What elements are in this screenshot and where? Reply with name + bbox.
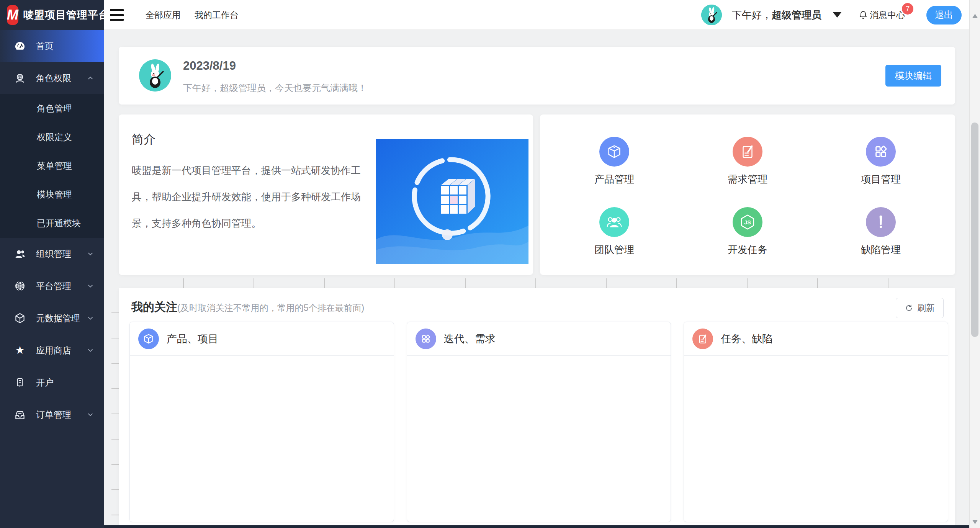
product-cube-icon bbox=[599, 137, 629, 167]
user-avatar[interactable] bbox=[701, 5, 722, 25]
refresh-button[interactable]: 刷新 bbox=[896, 298, 944, 318]
app-label: 开发任务 bbox=[728, 243, 767, 257]
chevron-down-icon bbox=[86, 250, 95, 258]
sidebar-item-appstore[interactable]: ★ 应用商店 bbox=[0, 334, 104, 366]
focus-card-title: 产品、项目 bbox=[167, 332, 218, 346]
requirement-doc-icon bbox=[733, 137, 762, 167]
bottom-edge-strip bbox=[104, 525, 969, 528]
sidebar-item-label: 首页 bbox=[36, 40, 95, 52]
sidebar-item-label: 应用商店 bbox=[36, 345, 86, 356]
tab-all-apps[interactable]: 全部应用 bbox=[146, 0, 181, 30]
app-item-defect[interactable]: 缺陷管理 bbox=[814, 197, 947, 268]
sidebar-item-home[interactable]: 首页 bbox=[0, 30, 104, 62]
user-menu-caret-icon[interactable] bbox=[833, 12, 841, 18]
app-item-devtask[interactable]: JS 开发任务 bbox=[681, 197, 814, 268]
my-focus-panel: 我的关注 (及时取消关注不常用的，常用的5个排在最前面) 刷新 产品、项目 bbox=[119, 288, 955, 525]
sidebar-subitem-opened-modules[interactable]: 已开通模块 bbox=[0, 209, 104, 238]
app-logo: M 唛盟项目管理平台 bbox=[0, 0, 104, 30]
focus-card-title: 迭代、需求 bbox=[444, 332, 496, 346]
my-focus-header: 我的关注 (及时取消关注不常用的，常用的5个排在最前面) bbox=[131, 299, 364, 315]
chevron-down-icon bbox=[86, 410, 95, 419]
sidebar-subitem-menu-management[interactable]: 菜单管理 bbox=[0, 152, 104, 180]
sidebar-item-account-opening[interactable]: 开户 bbox=[0, 366, 104, 399]
greeting-prefix: 下午好， bbox=[732, 9, 772, 21]
svg-text:JS: JS bbox=[744, 219, 751, 226]
app-item-project[interactable]: 项目管理 bbox=[814, 126, 947, 197]
message-count-badge: 7 bbox=[902, 3, 913, 15]
my-focus-title: 我的关注 bbox=[131, 299, 177, 315]
apps-grid: 产品管理 需求管理 bbox=[548, 126, 947, 267]
scrollbar-thumb[interactable] bbox=[971, 123, 978, 337]
sidebar-item-metadata[interactable]: 元数据管理 bbox=[0, 302, 104, 334]
message-center-link[interactable]: 消息中心 7 bbox=[858, 9, 905, 21]
tab-my-workbench[interactable]: 我的工作台 bbox=[195, 0, 239, 30]
role-icon bbox=[13, 71, 27, 85]
horizontal-tick-band bbox=[119, 278, 955, 288]
project-blocks-icon bbox=[416, 329, 436, 349]
organization-icon bbox=[13, 247, 27, 261]
scroll-down-icon[interactable] bbox=[972, 520, 978, 524]
bell-icon bbox=[858, 10, 868, 20]
role-permission-submenu: 角色管理 权限定义 菜单管理 模块管理 已开通模块 bbox=[0, 94, 104, 238]
current-username: 超级管理员 bbox=[772, 9, 821, 21]
app-item-product[interactable]: 产品管理 bbox=[548, 126, 681, 197]
devtask-js-icon: JS bbox=[733, 207, 762, 237]
project-blocks-icon bbox=[866, 137, 896, 167]
chevron-down-icon bbox=[86, 314, 95, 322]
app-root: M 唛盟项目管理平台 全部应用 我的工作台 下午好，超级管理员 bbox=[0, 0, 980, 528]
app-label: 缺陷管理 bbox=[861, 243, 901, 257]
appstore-star-icon: ★ bbox=[13, 343, 27, 357]
app-item-requirement[interactable]: 需求管理 bbox=[681, 126, 814, 197]
metadata-cube-icon bbox=[13, 311, 27, 325]
menu-toggle-icon[interactable] bbox=[110, 9, 124, 21]
platform-globe-icon bbox=[13, 279, 27, 293]
dashboard-icon bbox=[13, 39, 27, 53]
sidebar-item-organization[interactable]: 组织管理 bbox=[0, 238, 104, 270]
welcome-avatar bbox=[139, 59, 171, 92]
scroll-up-icon[interactable] bbox=[972, 14, 978, 18]
sidebar-item-platform[interactable]: 平台管理 bbox=[0, 270, 104, 302]
sidebar-item-role-permission[interactable]: 角色权限 bbox=[0, 62, 104, 94]
page-scrollbar[interactable] bbox=[969, 0, 980, 528]
rabbit-avatar-icon bbox=[139, 59, 171, 92]
intro-illustration bbox=[376, 139, 528, 264]
focus-card-header: 迭代、需求 bbox=[407, 322, 671, 356]
module-edit-button[interactable]: 模块编辑 bbox=[885, 65, 941, 87]
welcome-date: 2023/8/19 bbox=[183, 59, 236, 73]
sidebar-item-label: 组织管理 bbox=[36, 248, 86, 260]
chevron-down-icon bbox=[86, 346, 95, 355]
message-center-label: 消息中心 bbox=[870, 9, 905, 21]
focus-card-iteration-requirement: 迭代、需求 bbox=[407, 322, 671, 522]
welcome-card: 2023/8/19 下午好，超级管理员，今天也要元气满满哦！ 模块编辑 bbox=[119, 47, 955, 105]
intro-card: 简介 唛盟是新一代项目管理平台，提供一站式研发协作工具，帮助企业提升研发效能，使… bbox=[119, 114, 533, 275]
logout-button[interactable]: 退出 bbox=[926, 6, 962, 25]
my-focus-hint: (及时取消关注不常用的，常用的5个排在最前面) bbox=[177, 302, 364, 314]
intro-text: 唛盟是新一代项目管理平台，提供一站式研发协作工具，帮助企业提升研发效能，使用于多… bbox=[132, 157, 377, 237]
sidebar-item-label: 元数据管理 bbox=[36, 312, 86, 324]
app-label: 项目管理 bbox=[861, 173, 901, 186]
focus-card-header: 产品、项目 bbox=[130, 322, 394, 356]
rabbit-avatar-icon bbox=[701, 5, 722, 25]
sidebar-item-label: 开户 bbox=[36, 377, 95, 389]
logo-m-icon: M bbox=[7, 5, 18, 25]
app-item-team[interactable]: 团队管理 bbox=[548, 197, 681, 268]
welcome-message: 下午好，超级管理员，今天也要元气满满哦！ bbox=[183, 82, 367, 94]
focus-card-task-defect: 任务、缺陷 bbox=[684, 322, 948, 522]
top-header: M 唛盟项目管理平台 全部应用 我的工作台 下午好，超级管理员 bbox=[0, 0, 980, 30]
sidebar-subitem-role-management[interactable]: 角色管理 bbox=[0, 94, 104, 123]
sidebar-subitem-module-management[interactable]: 模块管理 bbox=[0, 180, 104, 209]
focus-card-product-project: 产品、项目 bbox=[129, 322, 394, 522]
focus-card-title: 任务、缺陷 bbox=[721, 332, 772, 346]
header-right-cluster: 下午好，超级管理员 消息中心 7 退出 bbox=[701, 0, 962, 30]
requirement-doc-icon bbox=[692, 329, 713, 349]
chevron-up-icon bbox=[86, 74, 95, 82]
sidebar-subitem-permission-definition[interactable]: 权限定义 bbox=[0, 123, 104, 152]
account-opening-icon bbox=[13, 376, 27, 389]
intro-title: 简介 bbox=[132, 131, 155, 147]
sidebar-item-label: 平台管理 bbox=[36, 280, 86, 292]
sidebar-item-orders[interactable]: 订单管理 bbox=[0, 399, 104, 431]
app-label: 产品管理 bbox=[594, 173, 634, 186]
greeting-text[interactable]: 下午好，超级管理员 bbox=[732, 8, 821, 22]
refresh-label: 刷新 bbox=[917, 302, 935, 314]
focus-card-header: 任务、缺陷 bbox=[684, 322, 948, 356]
